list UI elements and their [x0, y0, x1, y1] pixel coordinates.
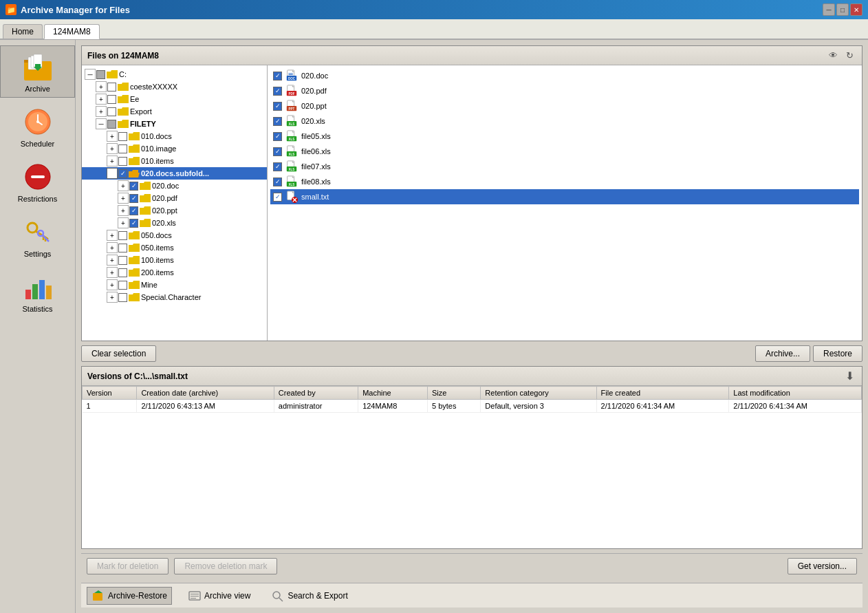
download-icon[interactable]: ⬇: [843, 369, 856, 383]
checkbox-filety[interactable]: [107, 120, 116, 129]
file-item-020pdf[interactable]: ✓ PDF 020.pdf: [270, 83, 859, 98]
tree-item-filety[interactable]: ─ FILETY: [82, 118, 267, 130]
file-item-020doc[interactable]: ✓ DOC 020.doc: [270, 68, 859, 83]
file-checkbox-020doc[interactable]: ✓: [273, 72, 282, 80]
refresh-icon[interactable]: ↻: [843, 49, 856, 63]
expand-050items[interactable]: +: [107, 242, 118, 253]
expand-010image[interactable]: +: [107, 143, 118, 154]
restore-button[interactable]: Restore: [813, 345, 862, 362]
file-checkbox-file08xls[interactable]: ✓: [273, 178, 282, 186]
expand-c[interactable]: ─: [85, 69, 96, 80]
tree-item-020ppt[interactable]: + ✓ 020.ppt: [82, 204, 267, 217]
archive-button[interactable]: Archive...: [755, 345, 810, 362]
expand-020ppt[interactable]: +: [118, 205, 129, 216]
expand-export[interactable]: +: [96, 106, 107, 117]
tree-item-root[interactable]: ─ C:: [82, 68, 267, 80]
checkbox-010items[interactable]: [118, 157, 127, 166]
tree-item-050items[interactable]: + 050.items: [82, 241, 267, 254]
checkbox-c[interactable]: [96, 70, 105, 79]
close-button[interactable]: ✕: [850, 3, 862, 16]
file-checkbox-file07xls[interactable]: ✓: [273, 162, 282, 171]
checkbox-020ppt[interactable]: ✓: [129, 206, 138, 215]
tab-124mam8[interactable]: 124MAM8: [44, 24, 100, 39]
checkbox-export[interactable]: [107, 107, 116, 116]
file-checkbox-file06xls[interactable]: ✓: [273, 147, 282, 156]
checkbox-100items[interactable]: [118, 256, 127, 265]
tree-item-020doc[interactable]: + ✓ 020.doc: [82, 180, 267, 192]
checkbox-020pdf[interactable]: ✓: [129, 194, 138, 203]
tree-item-mine[interactable]: + Mine: [82, 279, 267, 291]
tree-item-200items[interactable]: + 200.items: [82, 266, 267, 279]
file-item-file08xls[interactable]: ✓ XLS file08.xls: [270, 174, 859, 189]
tree-item-050docs[interactable]: + 050.docs: [82, 229, 267, 241]
expand-020xls[interactable]: +: [118, 217, 129, 228]
maximize-button[interactable]: □: [836, 3, 849, 16]
tree-item-export[interactable]: + Export: [82, 105, 267, 118]
tree-item-010docs[interactable]: + 010.docs: [82, 130, 267, 142]
checkbox-050docs[interactable]: [118, 231, 127, 240]
svg-text:PPT: PPT: [289, 107, 295, 111]
remove-deletion-mark-button[interactable]: Remove deletion mark: [174, 558, 277, 574]
tree-item-020pdf[interactable]: + ✓ 020.pdf: [82, 192, 267, 204]
checkbox-coeste[interactable]: [107, 83, 116, 92]
bottom-tab-search-export[interactable]: Search & Export: [266, 587, 352, 605]
get-version-button[interactable]: Get version...: [788, 558, 857, 574]
checkbox-020docs[interactable]: ✓: [118, 169, 127, 178]
sidebar-item-statistics[interactable]: Statistics: [0, 266, 75, 318]
checkbox-mine[interactable]: [118, 281, 127, 290]
sidebar-item-restrictions[interactable]: Restrictions: [0, 155, 75, 208]
file-item-file06xls[interactable]: ✓ XLS file06.xls: [270, 144, 859, 159]
checkbox-010image[interactable]: [118, 144, 127, 153]
sidebar-item-archive[interactable]: Archive: [0, 45, 75, 98]
expand-mine[interactable]: +: [107, 279, 118, 290]
expand-special[interactable]: +: [107, 292, 118, 303]
file-checkbox-file05xls[interactable]: ✓: [273, 132, 282, 141]
eye-icon[interactable]: 👁: [826, 49, 840, 63]
tab-home[interactable]: Home: [3, 24, 43, 39]
file-checkbox-smalltxt[interactable]: ✓: [273, 193, 282, 202]
checkbox-special[interactable]: [118, 293, 127, 302]
expand-ee[interactable]: +: [96, 94, 107, 105]
sidebar-item-settings[interactable]: Settings: [0, 211, 75, 263]
tree-panel[interactable]: ─ C: + coesteXXXXX: [82, 65, 268, 341]
mark-for-deletion-button[interactable]: Mark for deletion: [87, 558, 169, 574]
expand-200items[interactable]: +: [107, 267, 118, 278]
expand-020doc[interactable]: +: [118, 180, 129, 191]
file-item-020ppt[interactable]: ✓ PPT 020.ppt: [270, 98, 859, 114]
checkbox-ee[interactable]: [107, 95, 116, 104]
checkbox-020xls[interactable]: ✓: [129, 219, 138, 228]
expand-020pdf[interactable]: +: [118, 193, 129, 204]
tree-item-010items[interactable]: + 010.items: [82, 155, 267, 167]
expand-020docs[interactable]: ─: [107, 168, 118, 179]
tree-item-coeste[interactable]: + coesteXXXXX: [82, 80, 267, 93]
expand-050docs[interactable]: +: [107, 230, 118, 241]
sidebar-item-scheduler[interactable]: Scheduler: [0, 100, 75, 153]
tree-item-020docs-subfolder[interactable]: ─ ✓ 020.docs.subfold...: [82, 167, 267, 180]
tree-item-ee[interactable]: + Ee: [82, 93, 267, 105]
expand-010docs[interactable]: +: [107, 131, 118, 142]
table-row[interactable]: 1 2/11/2020 6:43:13 AM administrator 124…: [83, 400, 862, 413]
minimize-button[interactable]: ─: [823, 3, 835, 16]
expand-100items[interactable]: +: [107, 255, 118, 266]
file-item-smalltxt[interactable]: ✓ small.txt: [270, 189, 859, 204]
file-item-file05xls[interactable]: ✓ XLS file05.xls: [270, 129, 859, 144]
tree-item-special[interactable]: + Special.Character: [82, 291, 267, 303]
tree-item-020xls[interactable]: + ✓ 020.xls: [82, 217, 267, 229]
clear-selection-button[interactable]: Clear selection: [81, 345, 156, 362]
checkbox-010docs[interactable]: [118, 132, 127, 141]
tree-item-100items[interactable]: + 100.items: [82, 254, 267, 266]
expand-010items[interactable]: +: [107, 155, 118, 166]
file-item-file07xls[interactable]: ✓ XLS file07.xls: [270, 159, 859, 174]
expand-coeste[interactable]: +: [96, 81, 107, 92]
file-checkbox-020ppt[interactable]: ✓: [273, 102, 282, 111]
bottom-tab-archive-view[interactable]: Archive view: [183, 587, 255, 605]
bottom-tab-archive-restore[interactable]: Archive-Restore: [87, 587, 172, 605]
file-checkbox-020pdf[interactable]: ✓: [273, 87, 282, 96]
checkbox-200items[interactable]: [118, 268, 127, 277]
checkbox-020doc[interactable]: ✓: [129, 182, 138, 191]
checkbox-050items[interactable]: [118, 244, 127, 252]
file-item-020xls[interactable]: ✓ XLS 020.xls: [270, 114, 859, 129]
file-checkbox-020xls[interactable]: ✓: [273, 117, 282, 126]
expand-filety[interactable]: ─: [96, 118, 107, 129]
tree-item-010image[interactable]: + 010.image: [82, 142, 267, 155]
